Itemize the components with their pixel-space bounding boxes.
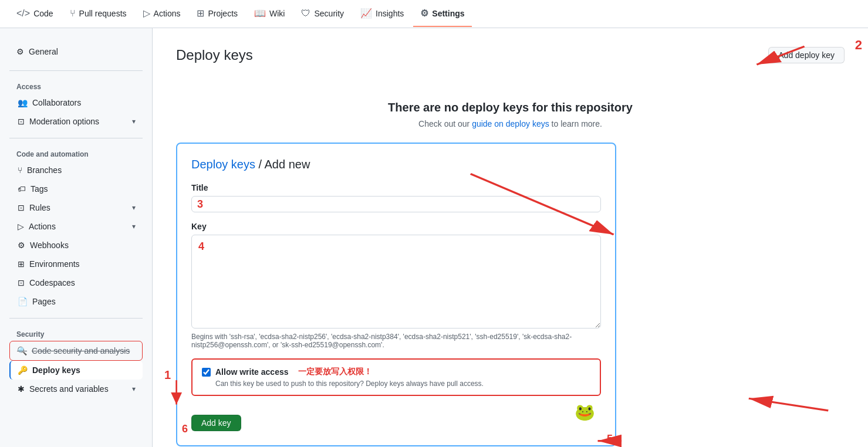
sidebar: ⚙ General Access 👥 Collaborators ⊡ Moder… xyxy=(0,28,153,447)
chevron-down-icon-2: ▾ xyxy=(132,204,136,212)
deploy-keys-icon: 🔑 xyxy=(18,365,28,375)
allow-write-annotation: 一定要放写入权限！ xyxy=(298,367,372,377)
branches-icon: ⑂ xyxy=(18,165,22,175)
actions-icon: ▷ xyxy=(143,8,150,19)
collaborators-icon: 👥 xyxy=(18,98,28,107)
allow-write-description: Can this key be used to push to this rep… xyxy=(215,380,590,388)
sidebar-item-deploy-keys[interactable]: 🔑 Deploy keys xyxy=(9,361,143,380)
add-deploy-key-button[interactable]: Add deploy key xyxy=(768,47,845,63)
allow-write-checkbox[interactable] xyxy=(202,368,211,377)
nav-wiki[interactable]: 📖 Wiki xyxy=(247,1,292,27)
sidebar-section-security: Security xyxy=(9,326,143,341)
page-layout: ⚙ General Access 👥 Collaborators ⊡ Moder… xyxy=(0,28,868,447)
key-textarea[interactable] xyxy=(191,235,601,329)
sidebar-item-rules[interactable]: ⊡ Rules ▾ xyxy=(9,198,143,217)
nav-security[interactable]: 🛡 Security xyxy=(294,1,351,27)
sidebar-divider xyxy=(9,70,143,71)
deploy-keys-form: Deploy keys / Add new Title 3 Key 4 xyxy=(176,143,616,446)
sidebar-item-collaborators[interactable]: 👥 Collaborators xyxy=(9,93,143,112)
chevron-down-icon-3: ▾ xyxy=(132,222,136,231)
sidebar-divider-2 xyxy=(9,138,143,138)
breadcrumb-add-new: Add new xyxy=(265,158,310,171)
wiki-icon: 📖 xyxy=(254,8,266,19)
pages-icon: 📄 xyxy=(18,297,28,306)
empty-state-title: There are no deploy keys for this reposi… xyxy=(176,101,845,114)
add-key-button[interactable]: Add key xyxy=(191,415,241,431)
sidebar-item-webhooks[interactable]: ⚙ Webhooks xyxy=(9,236,143,255)
security-icon: 🛡 xyxy=(301,8,310,19)
rules-icon: ⊡ xyxy=(18,203,25,212)
title-input[interactable] xyxy=(191,196,601,212)
svg-line-4 xyxy=(749,398,828,411)
chevron-down-icon: ▾ xyxy=(132,117,136,126)
nav-code[interactable]: </> Code xyxy=(9,1,60,27)
sidebar-item-actions[interactable]: ▷ Actions ▾ xyxy=(9,217,143,236)
nav-actions[interactable]: ▷ Actions xyxy=(136,1,188,27)
form-group-title: Title 3 xyxy=(191,183,601,212)
secrets-icon: ✱ xyxy=(18,384,25,394)
main-content: 1 Deploy keys Add deploy key 2 There are… xyxy=(153,28,868,447)
annotation-1: 1 xyxy=(164,368,171,382)
chevron-down-icon-4: ▾ xyxy=(132,385,136,393)
pull-requests-icon: ⑂ xyxy=(70,8,76,19)
nav-insights[interactable]: 📈 Insights xyxy=(353,1,411,27)
form-breadcrumb: Deploy keys / Add new xyxy=(191,158,601,171)
sidebar-item-secrets-variables[interactable]: ✱ Secrets and variables ▾ xyxy=(9,380,143,398)
sidebar-section-code-automation: Code and automation xyxy=(9,145,143,161)
insights-icon: 📈 xyxy=(360,8,372,19)
sidebar-item-moderation-options[interactable]: ⊡ Moderation options ▾ xyxy=(9,112,143,131)
projects-icon: ⊞ xyxy=(197,8,204,19)
key-label: Key xyxy=(191,222,601,231)
sidebar-divider-3 xyxy=(9,318,143,319)
code-icon: </> xyxy=(16,8,30,19)
moderation-icon: ⊡ xyxy=(18,117,25,126)
sidebar-item-general[interactable]: ⚙ General xyxy=(9,42,143,61)
guide-link[interactable]: guide on deploy keys xyxy=(472,119,549,128)
nav-projects[interactable]: ⊞ Projects xyxy=(190,1,245,27)
gear-icon: ⚙ xyxy=(16,47,24,56)
sidebar-item-codespaces[interactable]: ⊡ Codespaces xyxy=(9,273,143,292)
empty-state: There are no deploy keys for this reposi… xyxy=(176,77,845,143)
settings-icon: ⚙ xyxy=(420,8,428,19)
tags-icon: 🏷 xyxy=(18,184,26,194)
allow-write-section: Allow write access 一定要放写入权限！ Can this ke… xyxy=(191,358,601,396)
mascot-icon: 🐸 xyxy=(575,402,595,422)
codespaces-icon: ⊡ xyxy=(18,278,25,287)
environments-icon: ⊞ xyxy=(18,259,25,269)
code-security-icon: 🔍 xyxy=(17,346,27,355)
sidebar-section-access: Access xyxy=(9,78,143,93)
annotation-6: 6 xyxy=(182,423,188,435)
title-label: Title xyxy=(191,183,601,192)
allow-write-label[interactable]: Allow write access xyxy=(215,367,289,377)
nav-pull-requests[interactable]: ⑂ Pull requests xyxy=(63,1,134,27)
breadcrumb-deploy-keys-link[interactable]: Deploy keys xyxy=(191,158,255,171)
annotation-5: 5 xyxy=(607,433,613,445)
webhooks-icon: ⚙ xyxy=(18,241,25,250)
sidebar-item-tags[interactable]: 🏷 Tags xyxy=(9,180,143,198)
annotation-3: 3 xyxy=(197,198,203,211)
page-title: Deploy keys xyxy=(176,47,253,63)
nav-settings[interactable]: ⚙ Settings xyxy=(413,1,471,27)
page-header: Deploy keys Add deploy key 2 xyxy=(176,47,845,63)
sidebar-item-branches[interactable]: ⑂ Branches xyxy=(9,161,143,180)
sidebar-item-code-security[interactable]: 🔍 Code security and analysis xyxy=(9,341,143,361)
sidebar-item-environments[interactable]: ⊞ Environments xyxy=(9,255,143,273)
actions-sidebar-icon: ▷ xyxy=(18,222,24,231)
annotation-4: 4 xyxy=(198,241,204,253)
empty-state-description: Check out our guide on deploy keys to le… xyxy=(176,119,845,128)
top-navigation: </> Code ⑂ Pull requests ▷ Actions ⊞ Pro… xyxy=(0,0,868,28)
annotation-2: 2 xyxy=(855,38,862,53)
key-hint: Begins with 'ssh-rsa', 'ecdsa-sha2-nistp… xyxy=(191,333,601,349)
form-group-key: Key 4 Begins with 'ssh-rsa', 'ecdsa-sha2… xyxy=(191,222,601,349)
sidebar-item-pages[interactable]: 📄 Pages xyxy=(9,292,143,311)
